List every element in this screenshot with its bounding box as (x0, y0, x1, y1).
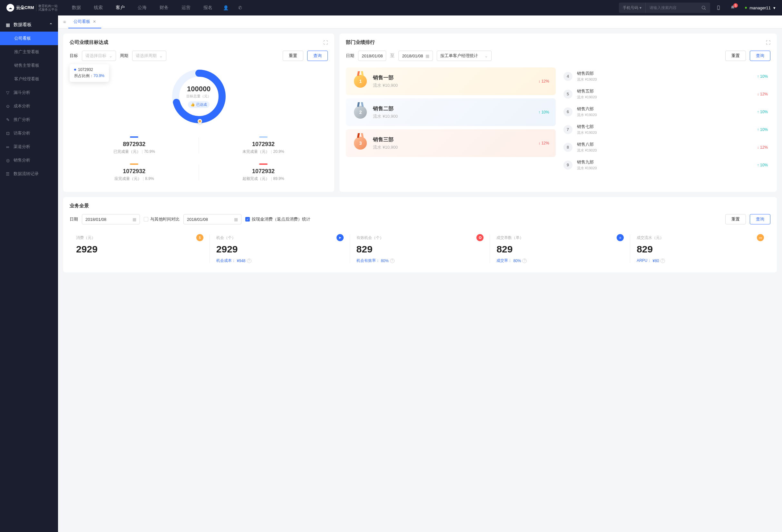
sidebar-single-3[interactable]: ⊡访客分析 (0, 127, 58, 140)
date-from-input[interactable]: 2018/01/08 (358, 50, 386, 61)
period-label: 周期 (120, 53, 128, 59)
sidebar-item-3[interactable]: 客户经理看板 (0, 72, 58, 86)
rank-amount: 流水 ¥10,900 (373, 82, 534, 88)
rank-amount: 流水 ¥19020 (577, 130, 753, 135)
compare-checkbox[interactable]: 与其他时间对比 (144, 216, 180, 222)
cash-checkbox[interactable]: ✓ 按现金消费（返点后消费）统计 (245, 216, 311, 222)
help-icon[interactable]: ? (661, 258, 665, 263)
stat-label: 超额完成（元）|89.9% (205, 176, 322, 181)
sidebar-item-2[interactable]: 销售主管看板 (0, 59, 58, 72)
stat-cell: 8972932已完成量（元）|70.9% (70, 132, 199, 159)
nav-公海[interactable]: 公海 (133, 0, 152, 15)
phone-icon[interactable]: ✆ (234, 2, 246, 13)
search-type-select[interactable]: 手机号码▾ (619, 3, 646, 13)
help-icon[interactable]: ? (247, 258, 251, 263)
ov-value: 2929 (76, 244, 203, 255)
chevron-down-icon: ⌄ (485, 54, 488, 58)
sidebar-single-6[interactable]: ☰数据流转记录 (0, 167, 58, 181)
close-icon[interactable]: ✕ (93, 19, 96, 24)
target-select[interactable]: 请选择目标⌄ (82, 50, 116, 61)
menu-collapse-icon[interactable]: ≡ (62, 18, 67, 26)
date-input-1[interactable]: 2018/01/08▦ (82, 214, 140, 224)
mobile-icon[interactable] (713, 2, 724, 13)
dashboard-icon: ▦ (5, 22, 10, 27)
search-input[interactable] (646, 5, 697, 10)
ov-label: 有效机会（个） (356, 235, 384, 241)
stat-cell: 1072932超额完成（元）|89.9% (199, 159, 328, 186)
date-to-input[interactable]: 2018/01/08▦ (398, 50, 433, 61)
overview-card-4: 成交流水（元）▭829ARPU：¥80? (630, 231, 771, 267)
date-to-label: 至 (390, 53, 395, 59)
chevron-down-icon: ⌄ (109, 54, 112, 58)
reset-button[interactable]: 重置 (283, 50, 303, 61)
metric-icon: ≡ (617, 234, 624, 241)
rank-card-1[interactable]: 1销售一部流水 ¥10,900↓ 12% (346, 67, 556, 95)
nav-线索[interactable]: 线索 (88, 0, 108, 15)
calendar-icon: ▦ (426, 54, 429, 58)
rank-row-4[interactable]: 4销售四部流水 ¥19020↑ 10% (561, 67, 771, 85)
sidebar-single-5[interactable]: ◎销售分析 (0, 153, 58, 167)
rank-row-7[interactable]: 7销售七部流水 ¥19020↑ 10% (561, 120, 771, 138)
ov-sub: 机会有效率：80%? (356, 258, 484, 263)
period-select[interactable]: 请选择周期⌄ (132, 50, 166, 61)
sidebar-item-0[interactable]: 公司看板 (0, 32, 58, 45)
rank-amount: 流水 ¥19020 (577, 166, 753, 171)
rank-row-8[interactable]: 8销售八部流水 ¥19020↓ 12% (561, 138, 771, 156)
panel-title: 业务全景 (70, 203, 89, 209)
sidebar-single-1[interactable]: ⊙成本分析 (0, 99, 58, 113)
rank-name: 销售一部 (373, 74, 534, 81)
stat-bar (130, 164, 138, 165)
reset-button[interactable]: 重置 (725, 214, 746, 224)
rank-card-3[interactable]: 3销售三部流水 ¥10,900↓ 12% (346, 129, 556, 157)
rank-pct: ↓ 12% (757, 92, 768, 96)
metric-icon: ▭ (757, 234, 764, 241)
nav-报名[interactable]: 报名 (198, 0, 218, 15)
rank-pct: ↓ 12% (538, 79, 549, 83)
expand-icon[interactable]: ⛶ (766, 40, 771, 45)
user-icon[interactable]: 👤 (220, 2, 232, 13)
stat-label: 应完成量（元）|8.9% (76, 176, 192, 181)
overview-card-3: 成交单数（单）≡829成交率：80%? (490, 231, 630, 267)
sidebar-single-4[interactable]: ∞渠道分析 (0, 140, 58, 153)
query-button[interactable]: 查询 (750, 50, 771, 61)
stat-value: 1072932 (205, 168, 322, 175)
tab-company-board[interactable]: 公司看板 ✕ (68, 15, 101, 28)
status-dot (745, 7, 747, 9)
search-icon[interactable] (697, 3, 710, 13)
date-input-2[interactable]: 2018/01/08▦ (183, 214, 242, 224)
rank-amount: 流水 ¥10,900 (373, 113, 534, 119)
expand-icon[interactable]: ⛶ (323, 40, 328, 45)
bell-icon[interactable]: 5 (727, 2, 739, 13)
ov-value: 829 (356, 244, 484, 255)
help-icon[interactable]: ? (390, 258, 395, 263)
sidebar-group-dashboard[interactable]: ▦ 数据看板 ⌃ (0, 18, 58, 32)
menu-icon: ▽ (5, 90, 10, 95)
sidebar-single-0[interactable]: ▽漏斗分析 (0, 86, 58, 99)
rank-number: 6 (564, 107, 572, 116)
ov-label: 成交流水（元） (637, 235, 664, 241)
medal-icon: 2 (352, 104, 368, 120)
rank-number: 7 (564, 125, 572, 134)
sidebar-item-1[interactable]: 推广主管看板 (0, 45, 58, 59)
rank-card-2[interactable]: 2销售二部流水 ¥10,900↑ 10% (346, 98, 556, 126)
rank-row-6[interactable]: 6销售六部流水 ¥19020↑ 10% (561, 103, 771, 120)
sidebar-single-2[interactable]: ✎推广分析 (0, 113, 58, 127)
rank-row-9[interactable]: 9销售九部流水 ¥19020↑ 10% (561, 156, 771, 174)
nav-客户[interactable]: 客户 (111, 0, 130, 15)
reset-button[interactable]: 重置 (725, 50, 746, 61)
svg-point-0 (702, 6, 705, 9)
brand-logo: ☁ 云朵CRM 教育机构一站 式服务云平台 (6, 4, 58, 11)
nav-数据[interactable]: 数据 (67, 0, 86, 15)
calendar-icon: ▦ (133, 217, 136, 222)
rank-row-5[interactable]: 5销售五部流水 ¥19020↓ 12% (561, 85, 771, 103)
chevron-down-icon: ▾ (773, 5, 776, 10)
nav-运营[interactable]: 运营 (176, 0, 196, 15)
query-button[interactable]: 查询 (750, 214, 771, 224)
nav-财务[interactable]: 财务 (154, 0, 174, 15)
help-icon[interactable]: ? (522, 258, 527, 263)
stat-by-select[interactable]: 按工单客户经理统计⌄ (437, 50, 492, 61)
calendar-icon: ▦ (234, 217, 238, 222)
user-menu[interactable]: manager11 ▾ (745, 5, 776, 10)
stat-cell: 1072932应完成量（元）|8.9% (70, 159, 199, 186)
query-button[interactable]: 查询 (307, 50, 328, 61)
